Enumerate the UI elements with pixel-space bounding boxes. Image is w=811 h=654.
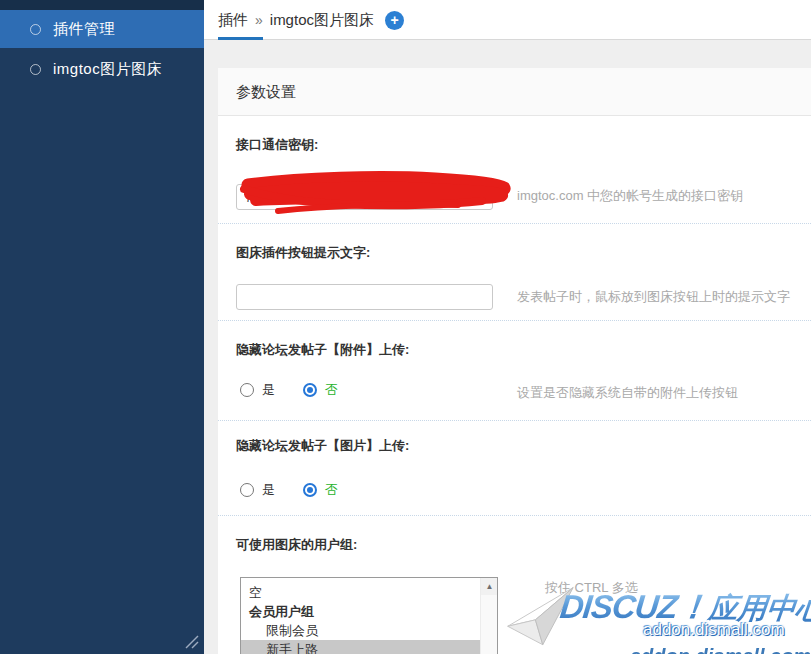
settings-panel: 参数设置 接口通信密钥: imgtoc.com 中您的帐号生成的接口密钥 图床插… — [218, 68, 811, 654]
radio-label: 否 — [325, 381, 338, 399]
radio-label: 是 — [262, 481, 275, 499]
breadcrumb-page: imgtoc图片图床 — [270, 11, 374, 30]
radio-selected-icon[interactable] — [303, 383, 317, 397]
radio-selected-icon[interactable] — [303, 483, 317, 497]
radio-group: 是 否 — [240, 381, 366, 399]
radio-unselected-icon[interactable] — [240, 483, 254, 497]
api-key-input[interactable] — [236, 184, 493, 210]
active-tab-underline — [218, 37, 263, 40]
field-api-key: 接口通信密钥: imgtoc.com 中您的帐号生成的接口密钥 — [218, 116, 811, 224]
field-allowed-usergroups: 可使用图床的用户组: 空 会员用户组 限制会员 新手上路 ▲ 按住 CTRL 多… — [218, 516, 811, 653]
field-label: 图床插件按钮提示文字: — [236, 244, 370, 262]
radio-label: 是 — [262, 381, 275, 399]
radio-option-no[interactable]: 否 — [303, 481, 338, 499]
sidebar-item-label: 插件管理 — [53, 20, 115, 39]
field-hint: imgtoc.com 中您的帐号生成的接口密钥 — [517, 187, 743, 205]
select-option-newbie[interactable]: 新手上路 — [241, 640, 480, 654]
sidebar-item-label: imgtoc图片图床 — [53, 60, 162, 79]
field-button-tooltip: 图床插件按钮提示文字: 发表帖子时，鼠标放到图床按钮上时的提示文字 — [218, 224, 811, 321]
breadcrumb-separator: » — [255, 12, 263, 28]
scrollbar-up-arrow-icon[interactable]: ▲ — [481, 578, 498, 595]
tooltip-text-input[interactable] — [236, 284, 493, 310]
circle-icon — [30, 64, 41, 75]
radio-option-yes[interactable]: 是 — [240, 381, 275, 399]
field-hint: 设置是否隐藏系统自带的附件上传按钮 — [517, 384, 738, 402]
select-scrollbar[interactable]: ▲ — [480, 578, 497, 654]
radio-option-no[interactable]: 否 — [303, 381, 338, 399]
sidebar-item-plugin-management[interactable]: 插件管理 — [0, 10, 204, 48]
select-option-restricted-member[interactable]: 限制会员 — [241, 621, 480, 640]
breadcrumb: 插件 » imgtoc图片图床 + — [218, 0, 404, 40]
field-label: 可使用图床的用户组: — [236, 536, 357, 554]
field-label: 隐藏论坛发帖子【图片】上传: — [236, 437, 409, 455]
field-hide-attachment-upload: 隐藏论坛发帖子【附件】上传: 是 否 设置是否隐藏系统自带的附件上传按钮 — [218, 321, 811, 421]
resize-grip-icon[interactable] — [183, 633, 199, 649]
panel-title: 参数设置 — [218, 68, 811, 116]
admin-page: { "sidebar": { "items": [ { "label": "插件… — [0, 0, 811, 654]
field-hint: 发表帖子时，鼠标放到图床按钮上时的提示文字 — [517, 288, 790, 306]
top-tab-bar: 插件 » imgtoc图片图床 + — [204, 0, 811, 40]
field-hide-image-upload: 隐藏论坛发帖子【图片】上传: 是 否 — [218, 421, 811, 516]
radio-unselected-icon[interactable] — [240, 383, 254, 397]
field-hint: 按住 CTRL 多选 — [545, 579, 638, 597]
field-label: 隐藏论坛发帖子【附件】上传: — [236, 341, 409, 359]
radio-group: 是 否 — [240, 481, 366, 499]
sidebar: 插件管理 imgtoc图片图床 — [0, 0, 204, 654]
select-option-empty[interactable]: 空 — [241, 583, 480, 602]
breadcrumb-section[interactable]: 插件 — [218, 11, 248, 30]
field-label: 接口通信密钥: — [236, 136, 318, 154]
add-tab-button[interactable]: + — [385, 11, 404, 30]
radio-option-yes[interactable]: 是 — [240, 481, 275, 499]
sidebar-item-imgtoc[interactable]: imgtoc图片图床 — [0, 50, 204, 88]
sidebar-top-strip — [0, 0, 204, 10]
circle-icon — [30, 24, 41, 35]
radio-label: 否 — [325, 481, 338, 499]
usergroup-multiselect[interactable]: 空 会员用户组 限制会员 新手上路 ▲ — [240, 577, 498, 654]
select-option-member-group[interactable]: 会员用户组 — [241, 602, 480, 621]
